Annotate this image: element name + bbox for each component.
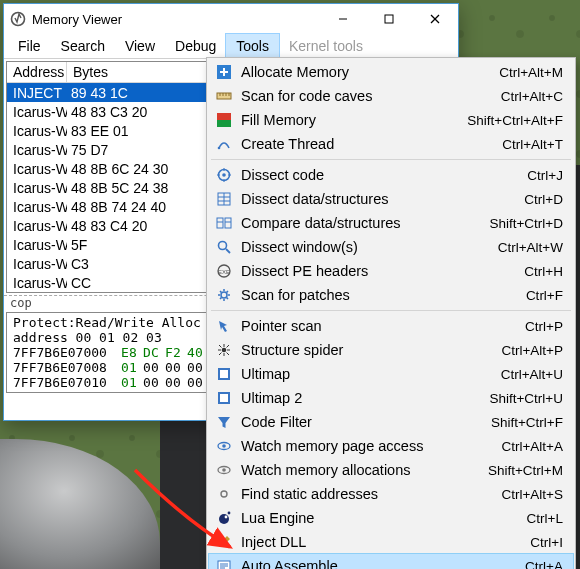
- menu-item-create-thread[interactable]: Create ThreadCtrl+Alt+T: [209, 132, 573, 156]
- svg-point-29: [221, 491, 227, 497]
- menu-item-allocate-memory[interactable]: Allocate MemoryCtrl+Alt+M: [209, 60, 573, 84]
- magnify-icon: [213, 239, 235, 255]
- menu-item-label: Inject DLL: [235, 534, 530, 550]
- svg-line-16: [226, 249, 230, 253]
- thread-icon: [213, 136, 235, 152]
- menu-search[interactable]: Search: [51, 34, 115, 58]
- menu-item-inject-dll[interactable]: Inject DLLCtrl+I: [209, 530, 573, 554]
- menu-item-accel: Ctrl+Alt+M: [499, 65, 563, 80]
- pe-icon: EXE: [213, 263, 235, 279]
- svg-point-11: [222, 173, 226, 177]
- menu-item-accel: Ctrl+F: [526, 288, 563, 303]
- cell-address: Icarus-Wi: [7, 161, 67, 177]
- menu-item-ultimap[interactable]: UltimapCtrl+Alt+U: [209, 362, 573, 386]
- svg-point-15: [219, 242, 227, 250]
- cell-address: INJECT: [7, 85, 67, 101]
- target-icon: [213, 167, 235, 183]
- menu-item-accel: Ctrl+Alt+W: [498, 240, 563, 255]
- cell-address: Icarus-Wi: [7, 142, 67, 158]
- gear-icon: [213, 287, 235, 303]
- menu-item-auto-assemble[interactable]: Auto AssembleCtrl+A: [209, 554, 573, 569]
- cell-address: Icarus-Wi: [7, 199, 67, 215]
- menu-item-accel: Ctrl+D: [524, 192, 563, 207]
- menu-item-find-static-addresses[interactable]: Find static addressesCtrl+Alt+S: [209, 482, 573, 506]
- menu-item-label: Ultimap 2: [235, 390, 489, 406]
- menu-item-ultimap-2[interactable]: Ultimap 2Shift+Ctrl+U: [209, 386, 573, 410]
- menu-item-accel: Shift+Ctrl+Alt+F: [467, 113, 563, 128]
- close-button[interactable]: [412, 4, 458, 34]
- menu-item-label: Dissect data/structures: [235, 191, 524, 207]
- menu-item-label: Dissect window(s): [235, 239, 498, 255]
- menu-item-watch-memory-allocations[interactable]: Watch memory allocationsShift+Ctrl+M: [209, 458, 573, 482]
- menu-item-label: Ultimap: [235, 366, 501, 382]
- svg-point-20: [222, 348, 227, 353]
- menu-item-code-filter[interactable]: Code FilterShift+Ctrl+F: [209, 410, 573, 434]
- titlebar[interactable]: Memory Viewer: [4, 4, 458, 34]
- maximize-button[interactable]: [366, 4, 412, 34]
- menu-file[interactable]: File: [8, 34, 51, 58]
- menu-item-accel: Ctrl+Alt+T: [502, 137, 563, 152]
- cell-address: Icarus-Wi: [7, 275, 67, 291]
- menu-item-label: Lua Engine: [235, 510, 527, 526]
- menu-view[interactable]: View: [115, 34, 165, 58]
- tools-menu: Allocate MemoryCtrl+Alt+MScan for code c…: [206, 57, 576, 569]
- spider-icon: [213, 342, 235, 358]
- menu-item-label: Create Thread: [235, 136, 502, 152]
- svg-rect-2: [385, 15, 393, 23]
- svg-point-30: [219, 514, 229, 524]
- menu-item-dissect-data-structures[interactable]: Dissect data/structuresCtrl+D: [209, 187, 573, 211]
- menu-debug[interactable]: Debug: [165, 34, 226, 58]
- minimize-button[interactable]: [320, 4, 366, 34]
- background-rock: [0, 439, 160, 569]
- menu-item-scan-for-patches[interactable]: Scan for patchesCtrl+F: [209, 283, 573, 307]
- menu-item-lua-engine[interactable]: Lua EngineCtrl+L: [209, 506, 573, 530]
- menu-item-accel: Ctrl+Alt+A: [501, 439, 563, 454]
- eye-icon: [213, 438, 235, 454]
- menu-item-structure-spider[interactable]: Structure spiderCtrl+Alt+P: [209, 338, 573, 362]
- pointer-icon: [213, 318, 235, 334]
- menu-item-label: Scan for code caves: [235, 88, 501, 104]
- menu-item-label: Allocate Memory: [235, 64, 499, 80]
- menu-item-accel: Ctrl+Alt+U: [501, 367, 563, 382]
- menu-item-accel: Shift+Ctrl+D: [489, 216, 563, 231]
- menu-item-watch-memory-page-access[interactable]: Watch memory page accessCtrl+Alt+A: [209, 434, 573, 458]
- svg-rect-13: [217, 218, 223, 228]
- menu-tools[interactable]: Tools: [226, 34, 279, 58]
- menu-item-pointer-scan[interactable]: Pointer scanCtrl+P: [209, 314, 573, 338]
- menu-item-scan-for-code-caves[interactable]: Scan for code cavesCtrl+Alt+C: [209, 84, 573, 108]
- svg-rect-24: [220, 394, 228, 402]
- svg-point-28: [222, 468, 226, 472]
- struct-icon: [213, 191, 235, 207]
- col-address[interactable]: Address: [7, 62, 67, 82]
- inject-icon: [213, 534, 235, 550]
- menu-item-compare-data-structures[interactable]: Compare data/structuresShift+Ctrl+D: [209, 211, 573, 235]
- svg-text:EXE: EXE: [218, 269, 230, 275]
- menu-item-dissect-code[interactable]: Dissect codeCtrl+J: [209, 163, 573, 187]
- app-icon: [10, 11, 26, 27]
- svg-point-26: [222, 444, 226, 448]
- cell-address: Icarus-Wi: [7, 237, 67, 253]
- menu-item-label: Dissect code: [235, 167, 527, 183]
- svg-point-9: [218, 147, 221, 150]
- menu-item-accel: Ctrl+P: [525, 319, 563, 334]
- ruler-icon: [213, 88, 235, 104]
- menu-item-label: Dissect PE headers: [235, 263, 524, 279]
- menu-item-accel: Ctrl+H: [524, 264, 563, 279]
- menu-item-label: Watch memory page access: [235, 438, 501, 454]
- menubar: FileSearchViewDebugToolsKernel tools: [4, 34, 458, 58]
- compare-icon: [213, 215, 235, 231]
- svg-rect-8: [217, 113, 231, 120]
- fill-icon: [213, 112, 235, 128]
- cell-address: Icarus-Wi: [7, 104, 67, 120]
- menu-item-dissect-window-s-[interactable]: Dissect window(s)Ctrl+Alt+W: [209, 235, 573, 259]
- menu-item-accel: Ctrl+Alt+S: [501, 487, 563, 502]
- menu-item-fill-memory[interactable]: Fill MemoryShift+Ctrl+Alt+F: [209, 108, 573, 132]
- lua-icon: [213, 510, 235, 526]
- cell-address: Icarus-Wi: [7, 256, 67, 272]
- svg-point-32: [228, 512, 231, 515]
- menu-separator: [211, 159, 571, 160]
- menu-item-accel: Ctrl+Alt+P: [501, 343, 563, 358]
- menu-item-dissect-pe-headers[interactable]: EXEDissect PE headersCtrl+H: [209, 259, 573, 283]
- menu-kernel-tools[interactable]: Kernel tools: [279, 34, 373, 58]
- svg-rect-14: [225, 218, 231, 228]
